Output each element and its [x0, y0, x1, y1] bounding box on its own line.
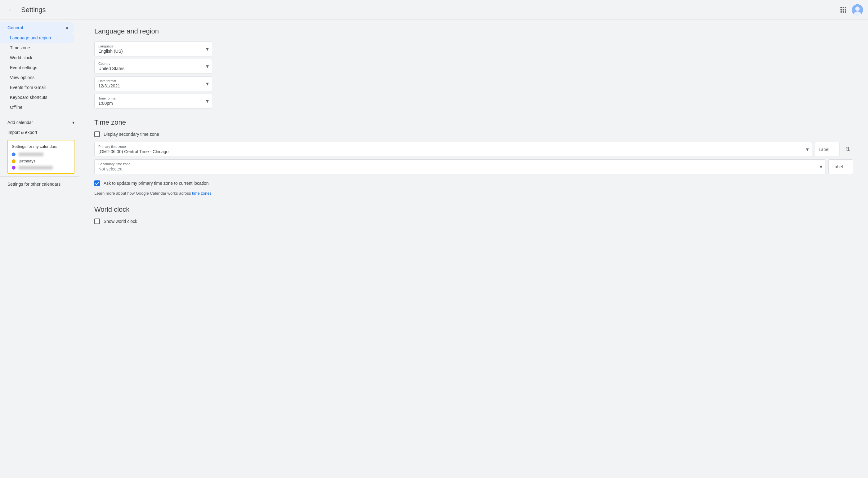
sidebar-general-label: General [7, 25, 23, 30]
language-region-section: Language and region Language English (US… [94, 27, 853, 108]
sidebar-item-label: Offline [10, 105, 22, 110]
page-title: Settings [21, 6, 46, 14]
show-world-clock-label: Show world clock [103, 219, 137, 224]
secondary-tz-value: Not selected [95, 167, 826, 174]
calendar-item-birthdays[interactable]: Birthdays [8, 158, 74, 165]
back-button[interactable]: ← [5, 4, 18, 16]
ask-update-tz-row: Ask to update my primary time zone to cu… [94, 180, 853, 186]
calendar-color-dot [12, 152, 16, 156]
sidebar-item-keyboard-shortcuts[interactable]: Keyboard shortcuts [0, 92, 74, 102]
my-calendars-box: Settings for my calendars Birthdays [7, 140, 74, 174]
calendar-color-dot [12, 159, 16, 163]
date-format-value: 12/31/2021 [95, 83, 212, 91]
show-world-clock-row: Show world clock [94, 218, 853, 224]
secondary-tz-checkbox-row: Display secondary time zone [94, 131, 853, 137]
sidebar-item-event-settings[interactable]: Event settings [0, 63, 74, 72]
grid-icon [840, 7, 846, 13]
country-value: United States [95, 66, 212, 73]
add-calendar-label: Add calendar [7, 120, 33, 125]
google-apps-button[interactable] [837, 4, 849, 16]
language-value: English (US) [95, 49, 212, 56]
sidebar-item-import-export[interactable]: Import & export [0, 127, 74, 137]
learn-more-text: Learn more about how Google Calendar wor… [94, 191, 853, 196]
country-label: Country [95, 59, 212, 66]
sidebar-item-label: World clock [10, 55, 32, 60]
primary-tz-label: Primary time zone [95, 142, 812, 149]
chevron-down-icon: ▾ [206, 63, 209, 70]
language-region-title: Language and region [94, 27, 853, 35]
date-format-label: Date format [95, 76, 212, 83]
language-dropdown[interactable]: Language English (US) ▾ [94, 41, 212, 57]
time-format-value: 1:00pm [95, 101, 212, 108]
sidebar-item-label: Language and region [10, 35, 51, 40]
time-zones-link[interactable]: time zones [192, 191, 212, 196]
calendar-item-other[interactable] [8, 165, 74, 171]
sidebar-item-time-zone[interactable]: Time zone [0, 43, 74, 53]
swap-icon: ⇅ [845, 146, 850, 153]
sidebar-item-world-clock[interactable]: World clock [0, 53, 74, 63]
secondary-tz-row: Secondary time zone Not selected ▾ [94, 159, 853, 174]
secondary-tz-label: Secondary time zone [95, 160, 826, 167]
sidebar-item-label: Keyboard shortcuts [10, 95, 48, 100]
sidebar: General ▲ Language and region Time zone … [0, 20, 80, 478]
chevron-down-icon: ▾ [806, 146, 809, 153]
chevron-down-icon: ▾ [206, 80, 209, 87]
sidebar-items-container: Language and region Time zone World cloc… [0, 33, 80, 112]
avatar[interactable] [852, 4, 863, 15]
sidebar-divider-2 [0, 176, 80, 177]
ask-update-checkbox[interactable] [94, 180, 100, 186]
calendar-item-user[interactable] [8, 151, 74, 158]
primary-tz-row: Primary time zone (GMT-06:00) Central Ti… [94, 142, 853, 157]
sidebar-item-events-from-gmail[interactable]: Events from Gmail [0, 82, 74, 92]
back-icon: ← [8, 6, 14, 13]
swap-timezones-button[interactable]: ⇅ [842, 142, 853, 157]
ask-update-label: Ask to update my primary time zone to cu… [103, 181, 209, 186]
chevron-down-icon: ▾ [819, 163, 823, 170]
sidebar-item-label: Import & export [7, 130, 37, 135]
language-label: Language [95, 42, 212, 49]
main-content: Language and region Language English (US… [80, 20, 868, 478]
my-calendars-title: Settings for my calendars [8, 143, 74, 151]
display-secondary-label: Display secondary time zone [103, 132, 159, 137]
sidebar-divider-1 [0, 115, 80, 115]
chevron-down-icon: ▾ [72, 120, 74, 125]
sidebar-item-label: View options [10, 75, 34, 80]
sidebar-item-label: Time zone [10, 45, 30, 50]
country-dropdown[interactable]: Country United States ▾ [94, 59, 212, 74]
layout: General ▲ Language and region Time zone … [0, 20, 868, 478]
chevron-down-icon: ▾ [206, 98, 209, 104]
calendar-label-blurred [19, 152, 43, 156]
sidebar-item-label: Event settings [10, 65, 37, 70]
chevron-up-icon: ▲ [64, 25, 69, 30]
sidebar-item-language-region[interactable]: Language and region [0, 33, 74, 43]
time-format-dropdown[interactable]: Time format 1:00pm ▾ [94, 94, 212, 108]
sidebar-item-label: Events from Gmail [10, 85, 45, 90]
header-left: ← Settings [5, 4, 46, 16]
sidebar-general-header[interactable]: General ▲ [0, 22, 74, 33]
other-calendars-label: Settings for other calendars [7, 182, 61, 186]
calendar-label: Birthdays [19, 159, 35, 163]
sidebar-other-calendars[interactable]: Settings for other calendars [0, 179, 80, 189]
time-zone-title: Time zone [94, 118, 853, 127]
world-clock-title: World clock [94, 206, 853, 213]
primary-tz-value: (GMT-06:00) Central Time - Chicago [95, 149, 812, 157]
primary-tz-label-input[interactable] [815, 142, 839, 157]
calendar-color-dot [12, 166, 16, 170]
secondary-tz-dropdown[interactable]: Secondary time zone Not selected ▾ [94, 159, 826, 174]
sidebar-item-offline[interactable]: Offline [0, 102, 74, 112]
display-secondary-checkbox[interactable] [94, 131, 100, 137]
svg-point-1 [855, 6, 860, 11]
secondary-tz-label-input[interactable] [828, 159, 853, 174]
header: ← Settings [0, 0, 868, 20]
time-zone-section: Time zone Display secondary time zone Pr… [94, 118, 853, 196]
chevron-down-icon: ▾ [206, 45, 209, 53]
calendar-label-blurred [19, 166, 53, 170]
sidebar-item-view-options[interactable]: View options [0, 72, 74, 82]
primary-tz-dropdown[interactable]: Primary time zone (GMT-06:00) Central Ti… [94, 142, 812, 157]
header-right [837, 4, 863, 16]
time-format-label: Time format [95, 94, 212, 101]
date-format-dropdown[interactable]: Date format 12/31/2021 ▾ [94, 76, 212, 91]
world-clock-section: World clock Show world clock [94, 206, 853, 224]
show-world-clock-checkbox[interactable] [94, 218, 100, 224]
sidebar-add-calendar[interactable]: Add calendar ▾ [0, 117, 80, 127]
